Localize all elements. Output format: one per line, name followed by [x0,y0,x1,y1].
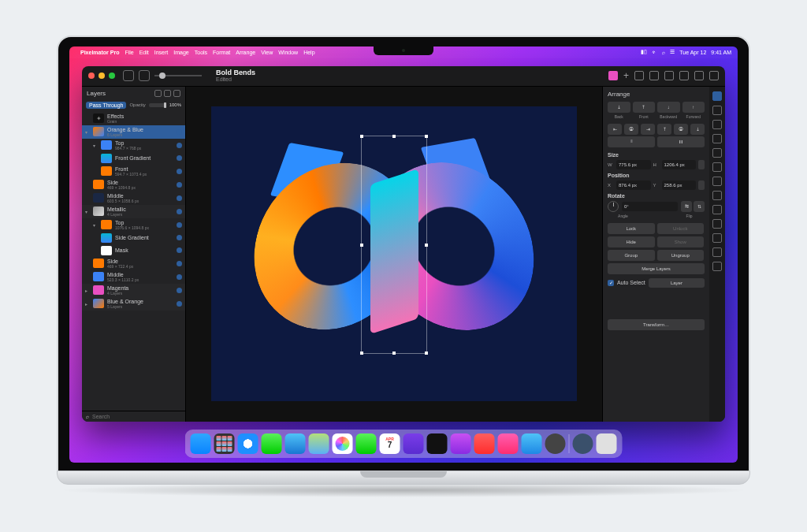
minimize-button[interactable] [99,73,105,79]
y-field[interactable]: 258.6 px [662,180,697,190]
dock-safari-icon[interactable] [238,433,258,454]
add-icon[interactable]: + [623,70,629,81]
menu-format[interactable]: Format [213,50,230,55]
dock-messages-icon[interactable] [262,433,282,454]
paint-tool-icon[interactable] [712,134,722,143]
lock-button[interactable]: Lock [608,223,655,234]
menu-help[interactable]: Help [303,50,314,55]
menu-file[interactable]: File [125,50,133,55]
show-button[interactable]: Show [657,236,705,247]
canvas[interactable] [186,87,602,422]
align-center-button[interactable]: ⦿ [624,124,638,135]
order-forward-button[interactable]: ↑ [682,102,705,113]
visibility-toggle[interactable] [177,288,182,293]
search-icon[interactable]: ⌕ [662,50,665,55]
battery-icon[interactable]: ▮▯ [641,49,647,55]
clone-tool-icon[interactable] [712,233,722,243]
stepper[interactable] [698,180,705,190]
style-tool-icon[interactable] [712,106,722,115]
close-button[interactable] [88,73,95,79]
maximize-button[interactable] [109,73,115,79]
dock-pixelmator-icon[interactable] [404,433,424,454]
export-icon[interactable] [679,71,689,80]
visibility-toggle[interactable] [177,261,182,266]
order-backward-button[interactable]: ↓ [657,102,680,113]
stepper[interactable] [698,160,705,169]
resize-handle[interactable] [425,135,428,138]
effects-tool-icon[interactable] [712,205,722,214]
align-bottom-button[interactable]: ⤓ [690,124,705,135]
layer-row[interactable]: Side469 × 722.4 px [82,257,185,270]
selection-box[interactable] [361,136,427,354]
layer-row[interactable]: ▸Magenta4 Layers [82,284,185,297]
zoom-fit-icon[interactable] [139,70,150,81]
dock-launchpad-icon[interactable] [214,433,235,454]
ungroup-button[interactable]: Ungroup [657,250,705,261]
menubar-date[interactable]: Tue Apr 12 [679,50,706,55]
dock-music-icon[interactable] [498,433,519,454]
resize-handle[interactable] [360,244,363,247]
layer-search-input[interactable] [92,414,181,419]
distribute-h-button[interactable]: ⫴ [608,136,655,147]
menu-insert[interactable]: Insert [154,50,169,55]
group-button[interactable]: Group [608,250,655,261]
share-icon[interactable] [694,71,704,80]
dock-finder-icon[interactable] [191,433,211,454]
rotate-dial[interactable] [608,201,619,212]
dock-settings-icon[interactable] [545,433,566,454]
arrange-tool-icon[interactable] [712,91,722,101]
menu-image[interactable]: Image [173,50,188,55]
visibility-toggle[interactable] [177,129,182,135]
shape-tool-icon[interactable] [712,162,722,172]
text-tool-icon[interactable] [712,177,722,186]
auto-select-checkbox[interactable]: ✓ [608,280,614,286]
dock-mail-icon[interactable] [285,433,306,454]
dock-tv-icon[interactable] [427,433,448,454]
width-field[interactable]: 775.6 px [616,160,651,169]
resize-handle[interactable] [425,244,428,247]
select-tool-icon[interactable] [712,120,722,129]
angle-field[interactable]: 0° [622,202,678,211]
layers-add-icon[interactable] [164,90,171,97]
resize-handle[interactable] [360,135,363,138]
visibility-toggle[interactable] [177,155,182,161]
align-top-button[interactable]: ⤒ [657,124,671,135]
zoom-slider[interactable] [154,75,202,76]
menu-tools[interactable]: Tools [195,50,207,55]
inspector-toggle-icon[interactable] [709,71,719,80]
wifi-icon[interactable]: ᯤ [652,50,657,55]
layers-filter-icon[interactable] [154,90,162,97]
artboard[interactable] [211,106,578,401]
resize-handle[interactable] [425,352,428,355]
sidebar-toggle-icon[interactable] [123,70,134,81]
dock-facetime-icon[interactable] [356,433,377,454]
menubar-time[interactable]: 9:41 AM [711,50,731,55]
layer-row[interactable]: ▾Top984.7 × 768 px [82,139,185,152]
visibility-toggle[interactable] [177,274,182,280]
layer-row[interactable]: Front Gradient [82,152,185,165]
resize-handle[interactable] [392,135,396,138]
align-middle-button[interactable]: ⦿ [674,124,688,135]
visibility-toggle[interactable] [177,195,182,201]
color-adjust-icon[interactable] [712,191,722,200]
menu-window[interactable]: Window [278,50,298,55]
opacity-slider[interactable] [149,103,166,107]
resize-handle[interactable] [360,352,363,355]
menu-edit[interactable]: Edit [139,50,149,55]
flip-h-button[interactable]: ⇋ [681,201,692,212]
layer-row[interactable]: Front594.7 × 1073.4 px [82,165,185,178]
auto-select-dropdown[interactable]: Layer [649,278,705,288]
layer-row[interactable]: Mask [82,244,185,257]
menu-arrange[interactable]: Arrange [236,50,255,55]
align-right-button[interactable]: ⇥ [641,124,655,135]
visibility-toggle[interactable] [177,169,182,174]
visibility-toggle[interactable] [177,301,182,307]
blend-mode-select[interactable]: Pass Through [86,102,126,109]
unlock-button[interactable]: Unlock [657,223,705,234]
layer-row[interactable]: ▾Top1076.6 × 1094.8 px [82,218,185,232]
layer-row[interactable]: Side Gradient [82,232,185,244]
repair-tool-icon[interactable] [712,219,722,229]
erase-tool-icon[interactable] [712,148,722,158]
hide-button[interactable]: Hide [608,236,655,247]
crop-tool-icon[interactable] [712,247,722,257]
